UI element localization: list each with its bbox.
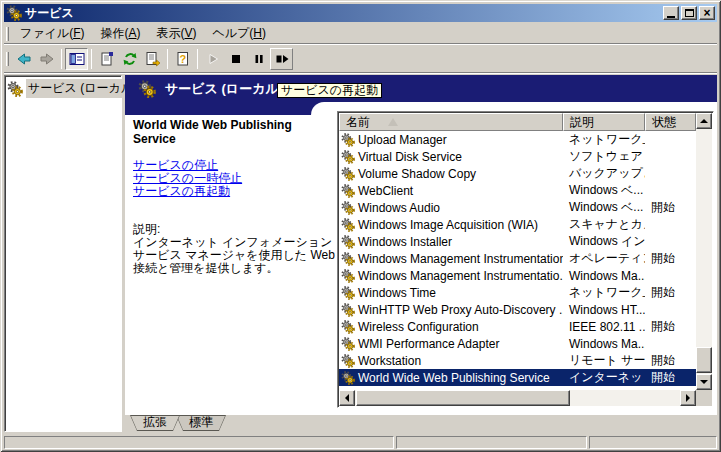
show-hide-console-tree-button[interactable] xyxy=(65,48,88,70)
column-header-description[interactable]: 説明 xyxy=(563,113,645,131)
service-gears-icon xyxy=(341,201,355,215)
refresh-icon xyxy=(122,51,138,67)
selected-service-title: World Wide Web Publishing Service xyxy=(133,118,335,146)
tab-extended[interactable]: 拡張 xyxy=(130,415,180,431)
minimize-button[interactable] xyxy=(663,6,679,20)
service-gears-icon xyxy=(341,184,355,198)
service-name: Workstation xyxy=(358,354,421,368)
service-name: Windows Time xyxy=(358,286,436,300)
service-gears-icon xyxy=(341,337,355,351)
column-header-status[interactable]: 状態 xyxy=(645,113,696,131)
service-status: 開始 xyxy=(645,318,696,335)
down-arrow-icon xyxy=(700,380,708,384)
restart-service-button[interactable] xyxy=(270,48,293,70)
service-row[interactable]: Virtual Disk Service ソフトウェア ボ... xyxy=(339,148,696,165)
status-panel xyxy=(589,436,717,449)
close-button[interactable]: × xyxy=(699,6,715,20)
snapin-header-band: サービス (ローカル) xyxy=(125,75,717,102)
menu-view[interactable]: 表示(V) xyxy=(148,23,204,44)
menu-bar: ファイル(F) 操作(A) 表示(V) ヘルプ(H) xyxy=(4,24,717,44)
toolbar-grip[interactable] xyxy=(6,52,9,66)
service-row[interactable]: WebClient Windows ベ... xyxy=(339,182,696,199)
service-row[interactable]: Workstation リモート サー... 開始 xyxy=(339,352,696,369)
services-window: サービス × ファイル(F) 操作(A) 表示(V) ヘルプ(H) xyxy=(0,0,721,452)
restart-service-link[interactable]: サービスの再起動 xyxy=(133,185,335,198)
service-gears-icon xyxy=(341,371,355,385)
service-row[interactable]: Windows Installer Windows イン... xyxy=(339,233,696,250)
menu-action[interactable]: 操作(A) xyxy=(92,23,148,44)
toolbar-separator xyxy=(61,49,62,69)
restart-service-tooltip: サービスの再起動 xyxy=(277,83,382,98)
service-row[interactable]: WMI Performance Adapter Windows Ma... xyxy=(339,335,696,352)
scroll-left-button[interactable] xyxy=(339,390,355,406)
stop-service-button[interactable] xyxy=(224,48,247,70)
console-tree-icon xyxy=(69,51,85,67)
service-description: ネットワーク上... xyxy=(563,131,645,148)
scroll-right-button[interactable] xyxy=(680,390,696,406)
service-gears-icon xyxy=(341,235,355,249)
maximize-icon xyxy=(685,9,694,17)
export-list-button[interactable] xyxy=(141,48,164,70)
service-description: ネットワーク上... xyxy=(563,284,645,301)
service-row[interactable]: Volume Shadow Copy バックアップと... xyxy=(339,165,696,182)
refresh-button[interactable] xyxy=(118,48,141,70)
menu-help[interactable]: ヘルプ(H) xyxy=(205,23,275,44)
play-icon xyxy=(205,51,221,67)
service-description: IEEE 802.11 ... xyxy=(563,320,645,334)
scroll-down-button[interactable] xyxy=(696,374,712,390)
toolbar-separator xyxy=(167,49,168,69)
service-status: 開始 xyxy=(645,250,696,267)
service-row[interactable]: Windows Management Instrumentation オペレーテ… xyxy=(339,250,696,267)
tab-standard[interactable]: 標準 xyxy=(176,415,226,431)
toolbar-separator xyxy=(91,49,92,69)
status-bar xyxy=(4,436,717,449)
service-status: 開始 xyxy=(645,369,696,386)
pause-icon xyxy=(251,51,267,67)
menubar-grip[interactable] xyxy=(6,27,9,41)
console-tree-pane: サービス (ローカル) xyxy=(4,75,122,432)
service-row[interactable]: WinHTTP Web Proxy Auto-Discovery ... Win… xyxy=(339,301,696,318)
back-arrow-icon xyxy=(16,51,32,67)
service-name: Windows Image Acquisition (WIA) xyxy=(358,218,538,232)
pause-service-button[interactable] xyxy=(247,48,270,70)
svg-text:?: ? xyxy=(179,53,186,65)
help-button[interactable]: ? xyxy=(171,48,194,70)
service-row[interactable]: Windows Time ネットワーク上... 開始 xyxy=(339,284,696,301)
export-list-icon xyxy=(145,51,161,67)
column-header-name[interactable]: 名前 xyxy=(339,113,563,131)
right-arrow-icon xyxy=(686,394,690,402)
service-description: Windows ベ... xyxy=(563,199,645,216)
details-pane: サービス (ローカル) サービスの再起動 World Wide Web Publ… xyxy=(125,75,717,415)
view-tabs: 拡張 標準 xyxy=(125,415,717,433)
service-row[interactable]: Windows Image Acquisition (WIA) スキャナとカメ.… xyxy=(339,216,696,233)
properties-button[interactable] xyxy=(95,48,118,70)
service-name: Virtual Disk Service xyxy=(358,150,462,164)
minimize-icon xyxy=(667,16,675,18)
service-description: オペレーティン... xyxy=(563,250,645,267)
snapin-title: サービス (ローカル) xyxy=(165,80,283,98)
vertical-scrollbar[interactable] xyxy=(696,113,712,390)
tree-item-services-local[interactable]: サービス (ローカル) xyxy=(7,79,119,98)
forward-button[interactable] xyxy=(35,48,58,70)
vertical-scroll-thumb[interactable] xyxy=(696,347,712,373)
service-detail-column: World Wide Web Publishing Service サービスの停… xyxy=(133,118,335,275)
back-button[interactable] xyxy=(12,48,35,70)
service-row[interactable]: World Wide Web Publishing Service インターネッ… xyxy=(339,369,696,386)
close-icon: × xyxy=(703,8,710,18)
menu-file[interactable]: ファイル(F) xyxy=(12,23,92,44)
service-row[interactable]: Windows Audio Windows ベ... 開始 xyxy=(339,199,696,216)
service-row[interactable]: Wireless Configuration IEEE 802.11 ... 開… xyxy=(339,318,696,335)
service-name: WebClient xyxy=(358,184,413,198)
horizontal-scroll-thumb[interactable] xyxy=(356,390,570,406)
title-bar[interactable]: サービス × xyxy=(4,4,717,22)
start-service-button[interactable] xyxy=(201,48,224,70)
horizontal-scrollbar[interactable] xyxy=(339,390,696,406)
service-row[interactable]: Windows Management Instrumentatio... Win… xyxy=(339,267,696,284)
maximize-button[interactable] xyxy=(681,6,697,20)
service-description: ソフトウェア ボ... xyxy=(563,148,645,165)
properties-icon xyxy=(99,51,115,67)
services-gears-icon xyxy=(138,80,156,98)
scroll-up-button[interactable] xyxy=(696,113,712,129)
service-row[interactable]: Upload Manager ネットワーク上... xyxy=(339,131,696,148)
service-gears-icon xyxy=(341,167,355,181)
